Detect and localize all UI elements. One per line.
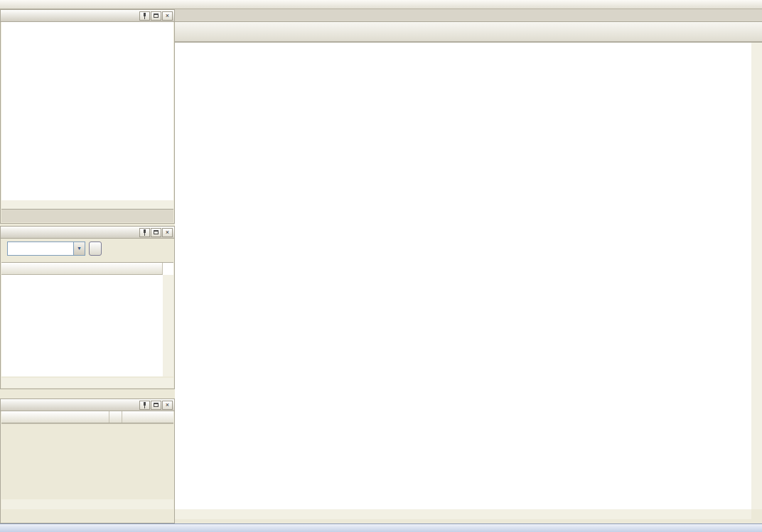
pin-button[interactable] <box>139 11 150 21</box>
status-hscrollbar[interactable] <box>1 499 173 509</box>
tasks-panel: × ▼ <box>0 226 175 389</box>
task-rows <box>1 275 163 376</box>
close-icon: × <box>166 229 169 236</box>
status-titlebar[interactable]: × <box>1 399 174 411</box>
code-editor[interactable] <box>175 42 762 519</box>
flow-select[interactable]: ▼ <box>7 241 85 256</box>
status-header[interactable] <box>1 411 173 423</box>
dropdown-arrow-icon[interactable]: ▼ <box>73 242 85 255</box>
tasks-titlebar[interactable]: × <box>1 227 174 239</box>
float-button[interactable] <box>151 228 161 237</box>
editor-hscrollbar[interactable] <box>175 509 751 519</box>
window-icon <box>154 403 159 407</box>
float-button[interactable] <box>151 11 161 21</box>
project-navigator-panel: × <box>0 9 175 224</box>
float-button[interactable] <box>151 401 161 410</box>
window-icon <box>154 230 159 234</box>
close-button[interactable]: × <box>162 401 173 410</box>
pin-button[interactable] <box>139 228 150 237</box>
flow-row: ▼ <box>4 241 172 256</box>
tasks-hscrollbar[interactable] <box>1 378 173 388</box>
column-percent[interactable] <box>109 411 122 423</box>
pin-icon <box>142 229 147 236</box>
scrollbar-corner <box>751 509 762 519</box>
editor-toolbar <box>175 22 762 42</box>
left-dock: × × ▼ <box>0 9 175 523</box>
pin-button[interactable] <box>139 401 150 410</box>
column-module[interactable] <box>1 411 109 423</box>
task-table <box>1 262 173 376</box>
close-button[interactable]: × <box>162 11 173 21</box>
main-toolbar <box>0 0 762 9</box>
pin-icon <box>142 13 147 19</box>
editor-vscrollbar[interactable] <box>751 43 762 509</box>
document-tab-bar <box>175 9 762 22</box>
column-progress[interactable] <box>122 411 173 423</box>
quartus-window: × × ▼ <box>0 0 762 532</box>
code-lines <box>175 43 751 509</box>
close-icon: × <box>166 13 169 19</box>
task-column-header[interactable] <box>1 263 163 275</box>
close-icon: × <box>166 402 169 408</box>
hierarchy-tree <box>1 22 173 200</box>
customize-button[interactable] <box>89 241 102 256</box>
os-taskbar <box>0 523 762 532</box>
status-table <box>1 411 173 424</box>
status-panel: × <box>0 398 175 523</box>
pin-icon <box>142 402 147 408</box>
navigator-tab-bar <box>1 209 173 222</box>
project-navigator-titlebar[interactable]: × <box>1 10 174 22</box>
close-button[interactable]: × <box>162 228 173 237</box>
tasks-vscrollbar[interactable] <box>163 275 173 376</box>
window-icon <box>154 13 159 18</box>
